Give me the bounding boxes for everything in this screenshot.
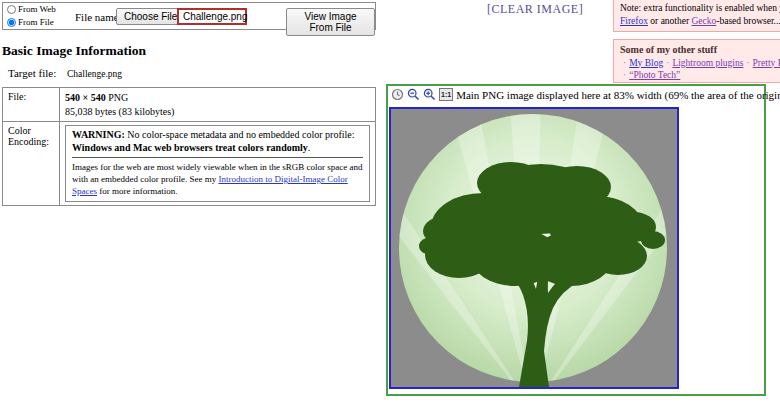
target-file-line: Target file: Challenge.png — [8, 67, 122, 79]
table-row: Color Encoding: WARNING: No color-space … — [3, 122, 376, 206]
image-viewer-panel: 1:1 Main PNG image displayed here at 83%… — [386, 84, 766, 396]
file-row-label: File: — [3, 88, 60, 122]
view-image-button[interactable]: View Image From File — [286, 8, 375, 36]
table-row: File: 540 × 540 PNG 85,038 bytes (83 kil… — [3, 88, 376, 122]
radio-from-web[interactable]: From Web — [7, 3, 56, 16]
photo-tech-link[interactable]: “Photo Tech” — [629, 70, 680, 80]
from-web-radio[interactable] — [7, 5, 16, 14]
other-stuff-links-line2: ·“Photo Tech” — [620, 69, 780, 82]
link-separator: · — [620, 70, 629, 80]
warning-bold-text: Windows and Mac web browsers treat color… — [72, 142, 308, 153]
radio-from-file[interactable]: From File — [7, 16, 56, 29]
color-row-label: Color Encoding: — [3, 122, 60, 206]
tree-image — [391, 109, 677, 387]
warning-period: . — [308, 142, 311, 153]
other-stuff-title: Some of my other stuff — [620, 43, 780, 57]
image-format: PNG — [106, 92, 129, 103]
one-to-one-icon[interactable]: 1:1 — [439, 88, 453, 101]
note-line-1: Note: extra functionality is enabled whe… — [620, 2, 780, 15]
file-name-label: File name: — [75, 11, 122, 23]
note-line-2: Firefox or another Gecko-based browser..… — [620, 15, 780, 28]
browser-note-box: Note: extra functionality is enabled whe… — [613, 0, 780, 32]
gecko-link[interactable]: Gecko — [692, 16, 717, 26]
viewer-caption: Main PNG image displayed here at 83% wid… — [456, 89, 780, 101]
my-blog-link[interactable]: My Blog — [629, 58, 663, 68]
warning-label: WARNING: — [72, 129, 125, 140]
note-end-text: -based browser... — [716, 16, 780, 26]
main-image-frame[interactable] — [389, 107, 679, 389]
warning-divider — [72, 157, 363, 158]
color-warning-box: WARNING: No color-space metadata and no … — [65, 125, 370, 202]
other-stuff-box: Some of my other stuff ·My Blog·Lightroo… — [613, 39, 780, 83]
file-source-form: From Web From File File name: Choose Fil… — [2, 2, 376, 30]
warning-text: No color-space metadata and no embedded … — [125, 129, 355, 140]
target-file-value: Challenge.png — [67, 69, 122, 79]
zoom-out-icon[interactable] — [407, 88, 420, 101]
file-size: 85,038 bytes (83 kilobytes) — [65, 105, 370, 119]
firefox-link[interactable]: Firefox — [620, 16, 648, 26]
source-radio-group: From Web From File — [7, 3, 56, 29]
link-separator: · — [743, 58, 752, 68]
color-note-text-after: for more information. — [97, 186, 177, 196]
image-dimensions: 540 × 540 — [65, 92, 106, 103]
selected-file-name: Challenge.png — [177, 8, 247, 25]
from-web-label: From Web — [18, 3, 56, 16]
clear-image-link[interactable]: [CLEAR IMAGE] — [487, 2, 583, 17]
history-icon[interactable] — [391, 88, 404, 101]
other-stuff-links-line1: ·My Blog·Lightroom plugins·Pretty Pictur… — [620, 57, 780, 70]
page-title: Basic Image Information — [2, 43, 146, 59]
lightroom-plugins-link[interactable]: Lightroom plugins — [672, 58, 743, 68]
zoom-in-icon[interactable] — [423, 88, 436, 101]
choose-file-button[interactable]: Choose File — [116, 8, 185, 25]
from-file-label: From File — [18, 16, 54, 29]
basic-info-table: File: 540 × 540 PNG 85,038 bytes (83 kil… — [2, 87, 376, 206]
viewer-toolbar: 1:1 Main PNG image displayed here at 83%… — [391, 88, 780, 101]
pretty-pictures-link[interactable]: Pretty Pictures — [753, 58, 780, 68]
note-mid-text: or another — [648, 16, 692, 26]
link-separator: · — [620, 58, 629, 68]
from-file-radio[interactable] — [7, 18, 16, 27]
target-file-label: Target file: — [8, 67, 56, 79]
